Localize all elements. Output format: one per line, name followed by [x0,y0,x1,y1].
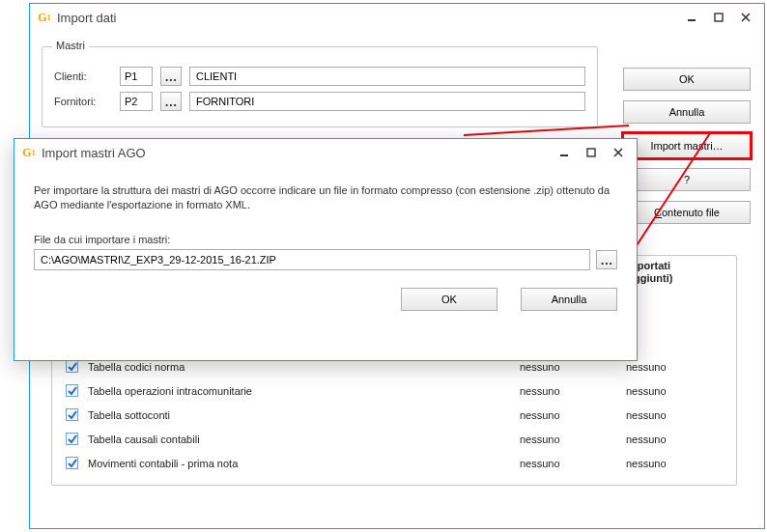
cell: nessuno [626,361,723,373]
list-item: Tabella operazioni intracomunitarienessu… [64,378,724,403]
mastri-label: Clienti: [54,70,112,82]
svg-rect-5 [587,149,595,156]
lookup-button[interactable]: … [160,67,182,86]
mastri-code-input[interactable] [120,92,153,111]
main-titlebar: G1 Import dati [30,4,764,31]
right-button-panel: OK Annulla Import mastri… ? Contenuto fi… [623,68,751,224]
checkbox[interactable] [66,384,78,397]
contenuto-mnemo: C [654,207,662,218]
app-icon: G1 [38,11,51,24]
close-icon[interactable] [739,11,753,24]
cell: nessuno [626,385,723,397]
mastri-code-input[interactable] [120,67,153,86]
help-button[interactable]: ? [623,168,751,191]
mastri-name-input[interactable] [189,92,585,111]
lookup-button[interactable]: … [160,92,182,111]
dialog-window: G1 Import mastri AGO Per importare la st… [14,138,638,361]
mastri-row: Clienti:… [54,67,585,86]
cell: nessuno [626,409,723,421]
dialog-title: Import mastri AGO [42,146,146,160]
maximize-icon[interactable] [712,11,725,24]
file-label: File da cui importare i mastri: [34,234,617,245]
cell: nessuno [520,434,616,445]
item-label: Tabella sottoconti [88,409,510,421]
file-path-input[interactable] [34,249,590,270]
cell: nessuno [520,361,616,373]
mastri-name-input[interactable] [189,67,585,86]
app-icon: G1 [22,146,36,159]
cell: nessuno [520,409,616,421]
main-window-title: Import dati [57,11,116,25]
dialog-cancel-button[interactable]: Annulla [521,288,617,311]
svg-rect-0 [688,19,696,21]
list-item: Tabella sottocontinessunonessuno [64,403,724,427]
list-item: Tabella causali contabilinessunonessuno [64,427,724,451]
mastri-fieldset: Mastri Clienti:…Fornitori:… [42,46,598,127]
item-label: Movimenti contabili - prima nota [88,458,510,469]
ok-button[interactable]: OK [623,68,751,91]
cancel-button[interactable]: Annulla [623,100,751,124]
mastri-legend: Mastri [52,40,89,51]
cell: nessuno [520,458,616,469]
item-label: Tabella operazioni intracomunitarie [88,385,510,397]
svg-rect-4 [560,154,568,156]
item-label: Tabella causali contabili [88,434,510,445]
checkbox[interactable] [66,360,78,373]
dialog-help-text: Per importare la struttura dei mastri di… [34,183,617,212]
browse-button[interactable]: … [596,250,617,269]
cell: nessuno [520,385,616,397]
svg-rect-1 [715,14,723,21]
item-label: Tabella codici norma [88,361,510,373]
maximize-icon[interactable] [584,146,598,159]
import-mastri-button[interactable]: Import mastri… [623,133,751,158]
checkbox[interactable] [66,408,78,421]
dialog-ok-button[interactable]: OK [401,288,497,311]
close-icon[interactable] [611,146,625,159]
contenuto-rest: ontenuto file [662,207,720,218]
mastri-row: Fornitori:… [54,92,585,111]
dialog-titlebar: G1 Import mastri AGO [14,139,637,166]
mastri-label: Fornitori: [54,96,112,107]
checkbox[interactable] [66,433,78,445]
minimize-icon[interactable] [557,146,571,159]
checkbox[interactable] [66,457,78,469]
cell: nessuno [626,434,723,445]
minimize-icon[interactable] [685,11,698,24]
cell: nessuno [626,458,723,469]
contenuto-file-button[interactable]: Contenuto file [623,201,751,224]
list-item: Movimenti contabili - prima notanessunon… [64,451,724,475]
